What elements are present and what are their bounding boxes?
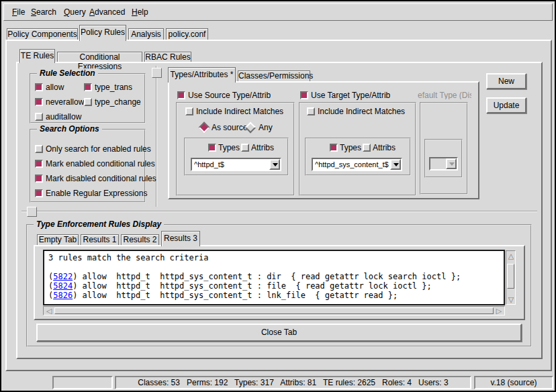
auditallow-checkbox-indicator <box>35 113 43 121</box>
tab-analysis[interactable]: Analysis <box>128 28 164 40</box>
source-types-checkbox-indicator <box>208 144 216 152</box>
use-target-checkbox-indicator <box>300 91 308 99</box>
rule-selection-title: Rule Selection <box>37 68 98 78</box>
results-horizontal-scrollbar[interactable]: ◁ ▷ <box>43 306 505 315</box>
menu-advanced[interactable]: Advanced <box>89 4 125 20</box>
app-window: File Search Query Advanced Help Policy C… <box>0 0 556 392</box>
source-indirect-checkbox-indicator <box>185 107 193 115</box>
target-attribs-checkbox-indicator <box>363 144 371 152</box>
tab-policy-components[interactable]: Policy Components <box>7 28 78 40</box>
mark-enabled-checkbox-indicator <box>35 160 43 168</box>
use-source-checkbox-indicator <box>177 91 185 99</box>
rule-line-2: (5824) allow httpd_t httpd_sys_content_t… <box>48 281 500 291</box>
checkbox-auditallow[interactable]: auditallow <box>35 112 89 121</box>
checkbox-use-source-type[interactable]: Use Source Type/Attrib <box>177 91 271 99</box>
checkbox-target-attribs[interactable]: Attribs <box>363 143 400 152</box>
checkbox-neverallow[interactable]: neverallow <box>35 97 82 106</box>
neverallow-checkbox-indicator <box>35 98 43 106</box>
checkbox-only-enabled-rules[interactable]: Only search for enabled rules <box>35 144 142 153</box>
results-text-area[interactable]: 3 rules match the search criteria (5822)… <box>43 250 505 305</box>
checkbox-mark-enabled-conditional[interactable]: Mark enabled conditional rules <box>35 159 142 168</box>
checkbox-target-indirect[interactable]: Include Indirect Matches <box>307 107 408 115</box>
checkbox-use-target-type[interactable]: Use Target Type/Attrib <box>300 91 394 99</box>
checkbox-source-attribs[interactable]: Attribs <box>241 143 279 152</box>
target-type-combobox[interactable]: ^httpd_sys_content_t$ <box>312 158 402 171</box>
radio-any[interactable]: Any <box>246 123 273 132</box>
scroll-left-arrow-icon[interactable]: ◁ <box>44 307 54 315</box>
menu-bar: File Search Query Advanced Help <box>3 3 553 21</box>
rule-link-5822[interactable]: 5822 <box>53 272 73 281</box>
horizontal-sash-handle[interactable] <box>27 207 37 217</box>
only-enabled-checkbox-indicator <box>35 145 43 153</box>
checkbox-type-trans[interactable]: type_trans <box>84 83 141 91</box>
target-indirect-checkbox-indicator <box>307 107 315 115</box>
status-policy-stats: Classes: 53 Perms: 192 Types: 317 Attrib… <box>115 376 471 389</box>
target-types-checkbox-indicator <box>330 144 338 152</box>
horizontal-scrollbar-thumb[interactable] <box>54 307 494 314</box>
update-button[interactable]: Update <box>486 97 526 113</box>
status-panel-empty <box>52 376 113 389</box>
as-source-radio-indicator <box>199 122 210 134</box>
rule-link-5824[interactable]: 5824 <box>53 281 73 291</box>
tab-results-2[interactable]: Results 2 <box>121 234 159 245</box>
menu-query[interactable]: Query <box>64 4 86 20</box>
tab-classes-permissions[interactable]: Classes/Permissions <box>238 70 310 81</box>
search-options-title: Search Options <box>37 124 102 134</box>
scroll-down-arrow-icon[interactable]: ▽ <box>506 295 516 303</box>
mark-disabled-checkbox-indicator <box>35 175 43 183</box>
checkbox-source-indirect[interactable]: Include Indirect Matches <box>185 107 286 115</box>
source-type-combobox-value[interactable]: ^httpd_t$ <box>194 160 269 169</box>
vertical-scrollbar-thumb[interactable] <box>507 264 514 289</box>
results-summary: 3 rules match the search criteria <box>48 253 500 262</box>
default-type-combobox <box>429 157 458 170</box>
vertical-sash[interactable] <box>156 66 157 207</box>
rule-line-3: (5826) allow httpd_t httpd_sys_content_t… <box>48 291 500 300</box>
checkbox-allow[interactable]: allow <box>35 83 82 91</box>
close-tab-button[interactable]: Close Tab <box>36 324 522 342</box>
menu-search[interactable]: Search <box>31 4 56 20</box>
results-vertical-scrollbar[interactable]: △ ▽ <box>506 250 516 305</box>
radio-as-source[interactable]: As source <box>200 123 243 132</box>
status-policy-version: v.18 (source) <box>474 376 553 389</box>
regex-checkbox-indicator <box>35 189 43 197</box>
type-trans-checkbox-indicator <box>84 83 92 91</box>
default-type-combobox-arrow-icon <box>446 158 457 169</box>
default-type-combobox-value <box>432 159 445 168</box>
type-change-checkbox-indicator <box>84 98 92 106</box>
menu-file[interactable]: File <box>12 4 25 20</box>
tab-results-1[interactable]: Results 1 <box>81 234 119 245</box>
checkbox-target-types[interactable]: Types <box>330 143 361 152</box>
new-button[interactable]: New <box>486 73 526 89</box>
horizontal-sash[interactable] <box>21 211 537 212</box>
te-rules-display-title: Type Enforcement Rules Display <box>34 219 164 229</box>
scroll-up-arrow-icon[interactable]: △ <box>506 252 516 260</box>
source-type-combobox-arrow-icon[interactable] <box>269 159 280 170</box>
tab-te-rules[interactable]: TE Rules <box>19 49 55 63</box>
vertical-sash-handle[interactable] <box>152 68 162 78</box>
any-radio-indicator <box>245 122 257 134</box>
checkbox-enable-regex[interactable]: Enable Regular Expressions <box>35 189 142 197</box>
allow-checkbox-indicator <box>35 83 43 91</box>
tab-conditional-expressions[interactable]: Conditional Expressions <box>57 52 142 62</box>
rule-line-1: (5822) allow httpd_t httpd_sys_content_t… <box>48 272 500 281</box>
source-attribs-checkbox-indicator <box>241 144 249 152</box>
rule-link-5826[interactable]: 5826 <box>53 291 73 300</box>
tab-types-attributes[interactable]: Types/Attributes * <box>168 67 236 83</box>
tab-empty-tab[interactable]: Empty Tab <box>37 234 79 245</box>
results-blank-line <box>48 262 500 272</box>
checkbox-mark-disabled-conditional[interactable]: Mark disabled conditional rules <box>35 174 144 183</box>
tab-results-3[interactable]: Results 3 <box>161 231 200 246</box>
tab-rbac-rules[interactable]: RBAC Rules <box>144 52 191 62</box>
tab-policy-rules[interactable]: Policy Rules <box>79 25 126 41</box>
checkbox-type-change[interactable]: type_change <box>84 97 143 106</box>
scroll-right-arrow-icon[interactable]: ▷ <box>494 307 504 315</box>
checkbox-source-types[interactable]: Types <box>208 143 239 152</box>
source-type-combobox[interactable]: ^httpd_t$ <box>191 158 281 171</box>
tab-policy-conf[interactable]: policy.conf <box>166 28 208 40</box>
menu-help[interactable]: Help <box>132 4 148 20</box>
target-type-combobox-arrow-icon[interactable] <box>390 159 401 170</box>
target-type-combobox-value[interactable]: ^httpd_sys_content_t$ <box>315 160 389 169</box>
default-type-label: efault Type (Disa <box>418 91 471 99</box>
